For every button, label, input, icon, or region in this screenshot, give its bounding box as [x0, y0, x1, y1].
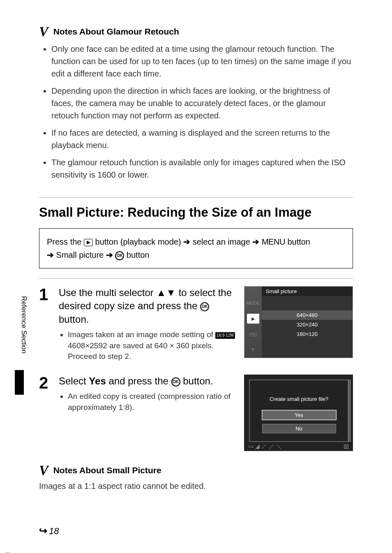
divider: [39, 278, 353, 279]
s2b: and press the: [108, 375, 171, 386]
step2-sub: An edited copy is created (compression r…: [68, 391, 236, 413]
yes-option: Yes: [262, 410, 336, 420]
arrow-icon: ➔: [106, 250, 113, 259]
divider: [39, 197, 353, 198]
s1sa: Images taken at an image mode setting of: [68, 330, 215, 339]
s1sb: 4608×2592: [68, 341, 107, 350]
playback-icon: ▶: [84, 239, 93, 246]
warn-icon: V: [39, 25, 48, 39]
step1-num: 1: [39, 286, 51, 362]
lcd-screen-2: Create small picture file? Yes No ▭ ◢ ／ …: [244, 375, 353, 451]
return-icon: ▭: [5, 550, 10, 553]
section-title: Small Picture: Reducing the Size of an I…: [39, 205, 353, 220]
down-icon: [166, 287, 176, 298]
confirm-prompt: Create small picture file?: [270, 396, 328, 402]
menu-label: MENU: [262, 237, 285, 246]
notes1-title: Notes About Glamour Retouch: [53, 27, 179, 37]
step-1: 1 Use the multi selector to select the d…: [39, 286, 353, 362]
antenna-tab-icon: ((ṭ)): [247, 329, 259, 339]
ok-icon: OK: [171, 377, 180, 386]
notes1-b2: If no faces are detected, a warning is d…: [51, 127, 353, 151]
step1-head: Use the multi selector to select the des…: [59, 286, 236, 326]
notes1-list: Only one face can be edited at a time us…: [39, 43, 353, 181]
bc-p5: button: [287, 237, 310, 246]
ok-icon: OK: [115, 251, 124, 260]
lcd-screen-1: MODE ▶ ((ṭ)) ¶ Small picture 640×480 320…: [244, 286, 353, 358]
mode-tab: MODE: [247, 298, 259, 308]
lcd-left-tabs: MODE ▶ ((ṭ)) ¶: [244, 287, 262, 358]
arrow-icon: ➔: [47, 250, 54, 259]
side-section-label: Reference Section: [20, 296, 28, 354]
step2-head: Select Yes and press the OK button.: [59, 375, 236, 388]
step-2: 2 Select Yes and press the OK button. An…: [39, 375, 353, 451]
notes2-body: Images at a 1:1 aspect ratio cannot be e…: [39, 481, 353, 491]
page-val: 18: [49, 526, 59, 537]
notes1-b1: Depending upon the direction in which fa…: [51, 85, 353, 122]
bc-p2: button (playback mode): [95, 237, 184, 246]
opt-320: 320×240: [262, 320, 353, 329]
up-icon: [156, 287, 166, 298]
notes1-b0: Only one face can be edited at a time us…: [51, 43, 353, 80]
step2-num: 2: [39, 375, 51, 413]
opt-160: 160×120: [262, 329, 353, 339]
page-link-icon: ↪: [39, 525, 47, 537]
s2bold: Yes: [89, 375, 106, 386]
side-tab: [15, 370, 24, 395]
step1-c: button.: [59, 314, 89, 325]
opt-640: 640×480: [262, 310, 353, 320]
page-number: ↪ 18: [39, 525, 59, 537]
bc-p1: Press the: [47, 237, 84, 246]
back-icon: ▭ ◢ ／ ／ ＼: [248, 443, 282, 450]
s2c: button.: [183, 375, 213, 386]
arrow-icon: ➔: [252, 237, 259, 246]
step1-sub: Images taken at an image mode setting of…: [68, 329, 236, 362]
notes2-title: Notes About Small Picture: [53, 465, 161, 475]
small-pic-icon: ▧: [344, 443, 349, 450]
bc-p6: Small picture: [56, 250, 106, 259]
arrow-icon: ➔: [183, 237, 190, 246]
notes1-b3: The glamour retouch function is availabl…: [51, 156, 353, 181]
bc-p7: button: [127, 250, 150, 259]
playback-tab-icon: ▶: [247, 314, 259, 324]
setup-tab-icon: ¶: [247, 345, 259, 355]
image-mode-icon: 16:9 12M: [215, 332, 235, 339]
lcd1-title: Small picture: [262, 287, 353, 296]
s2a: Select: [59, 375, 89, 386]
breadcrumb-box: Press the ▶ button (playback mode) ➔ sel…: [39, 228, 353, 268]
ok-icon: OK: [200, 302, 209, 311]
step1-a: Use the multi selector: [59, 287, 156, 298]
no-option: No: [262, 424, 336, 433]
bc-p3: select an image: [193, 237, 253, 246]
warn-icon: V: [39, 463, 48, 477]
